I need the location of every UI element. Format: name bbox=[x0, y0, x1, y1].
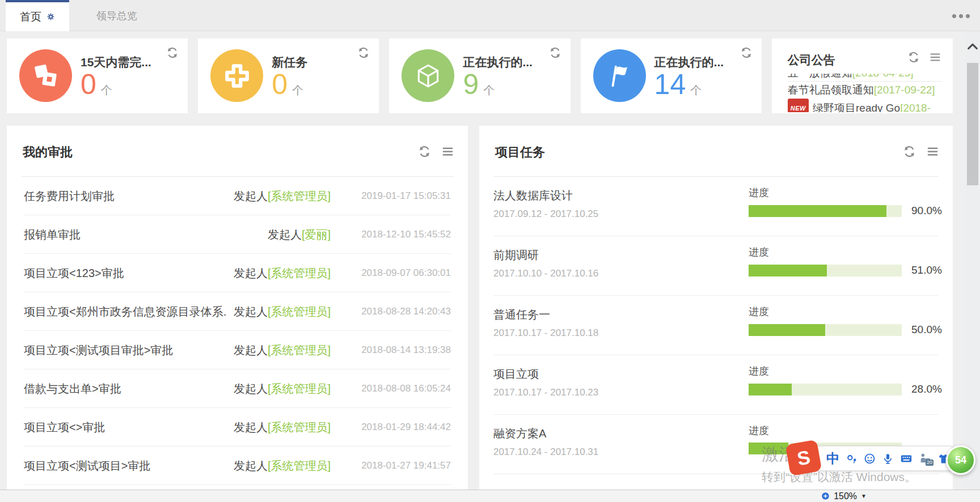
approval-row[interactable]: 项目立项<测试项目审批>审批 发起人[系统管理员] 2018-08-14 13:… bbox=[7, 331, 468, 369]
progress-fill bbox=[749, 384, 792, 395]
announcement-item[interactable]: 春节礼品领取通知[2017-09-22] bbox=[788, 82, 941, 99]
approval-originator: 发起人[系统管理员] bbox=[234, 458, 331, 474]
tab-home[interactable]: 首页 bbox=[6, 0, 69, 31]
task-dates: 2017.10.17 - 2017.10.23 bbox=[493, 387, 598, 398]
flag-icon bbox=[593, 49, 646, 102]
ime-toolbar: S 中 20 bbox=[793, 446, 953, 471]
progress-fill bbox=[749, 265, 827, 276]
mic-icon[interactable] bbox=[882, 453, 894, 465]
approval-row[interactable]: 项目立项<郑州市政务信息资源目录体系. 发起人[系统管理员] 2018-08-2… bbox=[7, 292, 468, 331]
refresh-icon[interactable] bbox=[740, 46, 753, 59]
approval-originator: 发起人[系统管理员] bbox=[234, 304, 331, 320]
stat-card-value: 9个 bbox=[463, 68, 495, 101]
stat-card-value: 0个 bbox=[272, 68, 303, 101]
zoom-plus-icon bbox=[821, 492, 830, 500]
punctuation-icon[interactable] bbox=[846, 453, 858, 465]
menu-icon[interactable] bbox=[441, 145, 454, 158]
progress-fill bbox=[749, 324, 825, 336]
page-scrollbar[interactable] bbox=[965, 31, 980, 490]
tab-leader-overview-label: 领导总览 bbox=[96, 9, 137, 23]
approvals-title: 我的审批 bbox=[23, 144, 73, 161]
progress-label: 进度 bbox=[749, 305, 944, 318]
zoom-level: 150% bbox=[834, 491, 857, 501]
approval-originator: 发起人[系统管理员] bbox=[234, 266, 331, 281]
tab-bar: 首页 领导总览 bbox=[0, 0, 980, 31]
refresh-icon[interactable] bbox=[549, 46, 561, 59]
approval-time: 2018-01-29 18:44:42 bbox=[331, 422, 451, 433]
approval-time: 2019-01-17 15:05:31 bbox=[331, 190, 451, 202]
task-row[interactable]: 法人数据库设计 2017.09.12 - 2017.10.25 进度 90.0% bbox=[479, 177, 953, 236]
refresh-icon[interactable] bbox=[357, 46, 370, 59]
approval-time: 2018-08-08 16:05:24 bbox=[331, 383, 451, 394]
approval-name: 报销单审批 bbox=[24, 227, 81, 243]
task-name: 融资方案A bbox=[493, 426, 546, 441]
stat-card-value: 0个 bbox=[81, 68, 112, 101]
task-name: 法人数据库设计 bbox=[493, 188, 573, 203]
progress-fill bbox=[749, 205, 886, 217]
menu-icon[interactable] bbox=[926, 145, 939, 158]
handwriting-icon[interactable]: 20 bbox=[919, 452, 931, 465]
emoji-icon[interactable] bbox=[864, 453, 876, 465]
approval-originator: 发起人[系统管理员] bbox=[234, 189, 331, 204]
refresh-icon[interactable] bbox=[418, 145, 431, 158]
approval-time: 2018-12-10 15:45:52 bbox=[331, 229, 451, 240]
approval-row[interactable]: 借款与支出单>审批 发起人[系统管理员] 2018-08-08 16:05:24 bbox=[7, 369, 468, 408]
task-progress: 进度 50.0% bbox=[749, 305, 944, 336]
task-dates: 2017.10.24 - 2017.10.31 bbox=[493, 446, 598, 458]
zoom-control[interactable]: 150% ▼ bbox=[821, 490, 867, 502]
stat-card-new-tasks[interactable]: 新任务 0个 bbox=[198, 39, 379, 113]
tab-leader-overview[interactable]: 领导总览 bbox=[83, 0, 151, 31]
approval-name: 项目立项<测试项目>审批 bbox=[24, 458, 150, 474]
progress-bar bbox=[749, 205, 902, 217]
refresh-icon[interactable] bbox=[907, 51, 920, 63]
approval-row[interactable]: 项目立项<测试项目>审批 发起人[系统管理员] 2018-01-27 19:41… bbox=[7, 446, 468, 485]
approval-row[interactable]: 项目立项<123>审批 发起人[系统管理员] 2018-09-07 06:30:… bbox=[7, 254, 468, 292]
approval-originator: 发起人[爱丽] bbox=[268, 227, 331, 243]
approval-row[interactable]: 报销单审批 发起人[爱丽] 2018-12-10 15:45:52 bbox=[7, 215, 468, 254]
approval-time: 2018-08-28 14:20:43 bbox=[331, 306, 451, 317]
approval-name: 项目立项<>审批 bbox=[24, 420, 105, 435]
gear-icon[interactable] bbox=[47, 12, 55, 21]
task-name: 前期调研 bbox=[493, 248, 539, 263]
floating-badge[interactable]: 54 bbox=[946, 445, 975, 475]
task-row[interactable]: 项目立项 2017.10.17 - 2017.10.23 进度 28.0% bbox=[479, 355, 953, 415]
browser-status-bar: 150% ▼ bbox=[0, 490, 980, 502]
announcement-item[interactable]: NEW绿野项目ready Go[2018- bbox=[788, 99, 941, 112]
chevron-down-icon: ▼ bbox=[861, 493, 867, 499]
stat-card-executing-projects[interactable]: 正在执行的... 14个 bbox=[581, 39, 762, 113]
approval-row[interactable]: 项目立项<>审批 发起人[系统管理员] 2018-01-29 18:44:42 bbox=[7, 408, 468, 446]
more-tabs-icon[interactable] bbox=[952, 14, 970, 18]
stat-card-executing-tasks[interactable]: 正在执行的... 9个 bbox=[389, 39, 570, 113]
sogou-logo-icon[interactable]: S bbox=[785, 440, 822, 477]
keyboard-icon[interactable] bbox=[900, 452, 913, 465]
approvals-list: 任务费用计划审批 发起人[系统管理员] 2019-01-17 15:05:31 … bbox=[7, 177, 468, 485]
approval-originator: 发起人[系统管理员] bbox=[234, 343, 331, 358]
refresh-icon[interactable] bbox=[903, 145, 916, 158]
approvals-panel: 我的审批 任务费用计划审批 发起人[系统管理员] 2019-01-17 15:0… bbox=[7, 126, 468, 490]
windows-activation-watermark-line2: 转到“设置”以激活 Windows。 bbox=[762, 469, 916, 485]
tab-home-label: 首页 bbox=[20, 10, 41, 24]
progress-percent: 90.0% bbox=[911, 205, 942, 217]
approval-row[interactable]: 任务费用计划审批 发起人[系统管理员] 2019-01-17 15:05:31 bbox=[7, 177, 468, 215]
announcement-item[interactable]: 五一放假通知[2018-04-25] bbox=[788, 74, 941, 82]
chinese-mode-icon[interactable]: 中 bbox=[826, 452, 839, 465]
task-row[interactable]: 普通任务一 2017.10.17 - 2017.10.18 进度 50.0% bbox=[479, 296, 953, 355]
scrollbar-thumb[interactable] bbox=[967, 63, 978, 185]
stat-cards-row: 15天内需完... 0个 新任务 0个 正在执行的... 9个 bbox=[7, 39, 953, 113]
approval-originator: 发起人[系统管理员] bbox=[234, 381, 331, 397]
approval-originator: 发起人[系统管理员] bbox=[234, 420, 331, 435]
refresh-icon[interactable] bbox=[166, 46, 179, 59]
new-badge: NEW bbox=[788, 99, 809, 112]
approval-name: 任务费用计划审批 bbox=[24, 189, 115, 204]
scroll-up-icon[interactable] bbox=[966, 40, 979, 53]
progress-bar bbox=[749, 265, 902, 276]
progress-bar bbox=[749, 324, 902, 336]
progress-bar bbox=[749, 384, 902, 395]
task-progress: 进度 28.0% bbox=[749, 364, 944, 395]
task-row[interactable]: 前期调研 2017.10.10 - 2017.10.16 进度 51.0% bbox=[479, 236, 953, 296]
stat-card-due-15-days[interactable]: 15天内需完... 0个 bbox=[7, 39, 188, 113]
menu-icon[interactable] bbox=[929, 51, 941, 63]
task-dates: 2017.10.10 - 2017.10.16 bbox=[493, 268, 598, 279]
progress-percent: 51.0% bbox=[911, 264, 942, 276]
progress-percent: 28.0% bbox=[911, 383, 942, 395]
